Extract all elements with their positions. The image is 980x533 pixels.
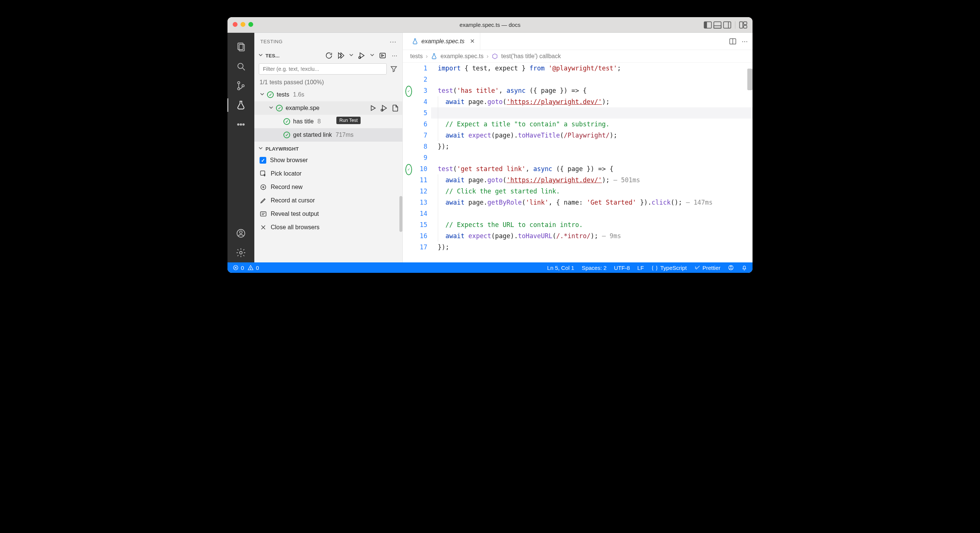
playwright-close-all[interactable]: Close all browsers xyxy=(255,220,402,234)
run-test-icon[interactable] xyxy=(369,104,377,112)
playwright-record-at-cursor[interactable]: Record at cursor xyxy=(255,194,402,207)
status-eol[interactable]: LF xyxy=(637,265,644,271)
code-editor[interactable]: 1234567891011121314151617 import { test,… xyxy=(403,63,752,262)
playwright-reveal-output[interactable]: Reveal test output xyxy=(255,207,402,220)
activity-testing[interactable] xyxy=(232,95,250,115)
activity-explorer[interactable] xyxy=(232,37,250,57)
svg-line-12 xyxy=(243,68,245,70)
layout-panel-icon[interactable] xyxy=(713,20,722,30)
window-close-button[interactable] xyxy=(233,22,237,27)
tree-row-time: 8 xyxy=(317,118,321,125)
chevron-down-icon[interactable] xyxy=(269,105,274,111)
status-prettier[interactable]: Prettier xyxy=(694,265,721,271)
filter-icon[interactable] xyxy=(390,65,398,73)
beaker-icon xyxy=(412,38,418,45)
sidebar-scrollbar[interactable] xyxy=(399,196,402,232)
svg-point-42 xyxy=(730,266,731,267)
status-language[interactable]: { }TypeScript xyxy=(651,265,687,271)
breadcrumb-folder[interactable]: tests xyxy=(410,53,423,60)
pass-icon xyxy=(283,118,290,125)
svg-point-11 xyxy=(238,63,243,68)
status-bell-icon[interactable] xyxy=(741,265,747,271)
tree-row-suite[interactable]: tests 1.6s xyxy=(255,88,402,102)
status-errors-count: 0 xyxy=(241,265,244,271)
activity-more[interactable] xyxy=(232,115,250,134)
breadcrumb-file[interactable]: example.spec.ts xyxy=(441,53,484,60)
svg-point-16 xyxy=(237,124,239,125)
test-filter-input[interactable] xyxy=(259,63,387,75)
tree-row-label: get started link xyxy=(293,132,332,138)
playwright-record-new[interactable]: Record new xyxy=(255,181,402,194)
status-encoding[interactable]: UTF-8 xyxy=(614,265,630,271)
chevron-down-icon[interactable] xyxy=(258,52,263,59)
status-cursor[interactable]: Ln 5, Col 1 xyxy=(547,265,574,271)
run-all-chevron-icon[interactable] xyxy=(348,52,354,59)
split-editor-icon[interactable] xyxy=(729,37,737,46)
activity-search[interactable] xyxy=(232,57,250,76)
activity-source-control[interactable] xyxy=(232,76,250,95)
editor-overview-ruler[interactable] xyxy=(747,63,752,262)
sidebar-more-icon[interactable]: ··· xyxy=(390,37,396,46)
playwright-list: ✓ Show browser Pick locator Record new R… xyxy=(255,154,402,234)
svg-point-22 xyxy=(359,57,361,59)
record-new-icon xyxy=(259,183,267,191)
pencil-icon xyxy=(259,197,267,204)
sidebar-title: TESTING xyxy=(260,39,283,44)
tree-row-label: tests xyxy=(277,91,290,98)
vscode-window: example.spec.ts — docs xyxy=(228,17,752,273)
section-more-icon[interactable]: ··· xyxy=(390,51,399,60)
tree-row-test[interactable]: get started link 717ms xyxy=(255,128,402,142)
sidebar: TESTING ··· TES... ··· xyxy=(255,33,403,262)
breadcrumb[interactable]: tests › example.spec.ts › test('has titl… xyxy=(403,50,752,63)
debug-test-icon[interactable] xyxy=(380,104,388,112)
tree-row-label: has title xyxy=(293,118,313,125)
editor-more-icon[interactable]: ··· xyxy=(741,37,749,46)
editor-scrollbar-thumb[interactable] xyxy=(747,68,752,90)
gutter-marks xyxy=(403,63,415,262)
chevron-right-icon: › xyxy=(426,53,428,60)
svg-point-40 xyxy=(251,269,251,269)
status-feedback-icon[interactable] xyxy=(728,265,734,271)
run-all-tests-icon[interactable] xyxy=(337,51,345,60)
debug-all-chevron-icon[interactable] xyxy=(369,52,375,59)
debug-all-tests-icon[interactable] xyxy=(358,51,366,60)
editor-tab-active[interactable]: example.spec.ts ✕ xyxy=(406,33,480,49)
chevron-down-icon[interactable] xyxy=(259,91,265,98)
status-errors[interactable]: 0 xyxy=(233,265,244,271)
playwright-show-browser[interactable]: ✓ Show browser xyxy=(255,154,402,167)
tree-row-test[interactable]: has title 8 Run Test xyxy=(255,115,402,128)
test-tree: tests 1.6s example.spe xyxy=(255,88,402,142)
layout-primary-sidebar-icon[interactable] xyxy=(703,20,713,30)
show-output-icon[interactable] xyxy=(379,51,387,60)
customize-layout-icon[interactable] xyxy=(738,20,748,30)
playwright-item-label: Pick locator xyxy=(271,170,302,177)
tab-close-icon[interactable]: ✕ xyxy=(470,38,475,45)
svg-rect-6 xyxy=(740,22,743,28)
window-maximize-button[interactable] xyxy=(248,22,253,27)
svg-point-24 xyxy=(381,109,383,111)
window-minimize-button[interactable] xyxy=(240,22,245,27)
breadcrumb-symbol[interactable]: test('has title') callback xyxy=(501,53,561,60)
pass-icon xyxy=(276,105,283,111)
status-indent[interactable]: Spaces: 2 xyxy=(582,265,607,271)
tree-row-file[interactable]: example.spe xyxy=(255,102,402,115)
status-warnings[interactable]: 0 xyxy=(248,265,259,271)
goto-file-icon[interactable] xyxy=(391,104,399,112)
svg-rect-7 xyxy=(744,22,747,25)
activity-settings[interactable] xyxy=(232,243,250,262)
pass-icon xyxy=(283,132,290,138)
chevron-down-icon[interactable] xyxy=(258,145,263,152)
status-warnings-count: 0 xyxy=(256,265,259,271)
refresh-tests-icon[interactable] xyxy=(325,51,333,60)
playwright-pick-locator[interactable]: Pick locator xyxy=(255,167,402,181)
activity-accounts[interactable] xyxy=(232,224,250,243)
svg-rect-29 xyxy=(261,212,266,216)
playwright-item-label: Record at cursor xyxy=(271,197,315,204)
svg-rect-4 xyxy=(724,22,731,28)
code-body[interactable]: import { test, expect } from '@playwrigh… xyxy=(431,63,752,262)
layout-secondary-sidebar-icon[interactable] xyxy=(722,20,732,30)
tree-row-label: example.spe xyxy=(286,105,320,111)
terminal-icon xyxy=(259,210,267,218)
svg-point-13 xyxy=(237,82,240,84)
checkbox-checked-icon[interactable]: ✓ xyxy=(259,157,266,163)
